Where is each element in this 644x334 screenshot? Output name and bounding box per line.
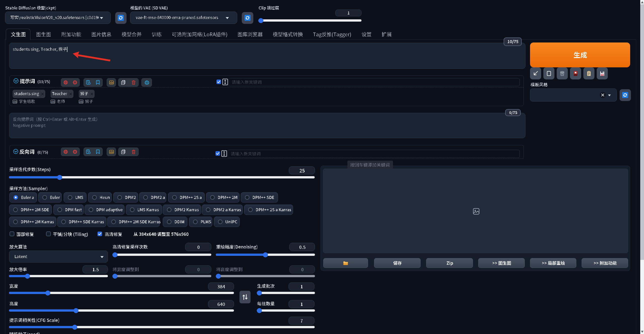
svg-text:A: A — [79, 101, 81, 103]
svg-text:B: B — [82, 101, 83, 103]
svg-text:A: A — [110, 151, 111, 153]
svg-text:A: A — [13, 101, 15, 103]
svg-text:A: A — [51, 101, 53, 103]
svg-text:A: A — [110, 82, 111, 84]
svg-text:B: B — [53, 101, 55, 103]
svg-text:B: B — [15, 101, 17, 103]
svg-text:B: B — [112, 151, 113, 153]
svg-text:B: B — [112, 82, 113, 84]
